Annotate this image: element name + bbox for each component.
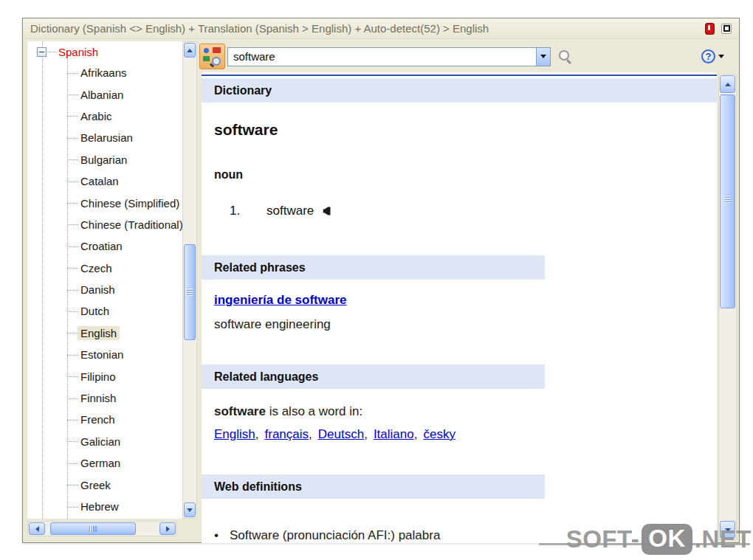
tree-item-finnish[interactable]: Finnish xyxy=(27,387,182,409)
dictionary-search-icon[interactable] xyxy=(199,44,225,69)
tree-item-galician[interactable]: Galician xyxy=(27,431,182,452)
section-header-related-languages: Related languages xyxy=(202,364,545,389)
part-of-speech: noun xyxy=(214,168,243,182)
tree-item-chinese-traditional[interactable]: Chinese (Traditional) xyxy=(27,214,182,235)
definition-number: 1. xyxy=(230,204,250,218)
scroll-up-button[interactable] xyxy=(184,43,196,58)
language-tree-panel: Spanish Afrikaans Albanian Arabic Belaru… xyxy=(27,41,182,519)
content-top-accent-line xyxy=(202,75,717,76)
tree-item-belarusian[interactable]: Belarusian xyxy=(27,127,182,148)
tree-scrollbar-thumb[interactable] xyxy=(184,244,196,340)
section-header-web-definitions: Web definitions xyxy=(202,474,545,499)
tree-item-chinese-simplified[interactable]: Chinese (Simplified) xyxy=(27,192,182,213)
magnifier-icon[interactable] xyxy=(557,49,574,65)
language-link-cesky[interactable]: česky xyxy=(423,427,455,441)
chevron-down-icon xyxy=(718,55,724,58)
section-header-dictionary: Dictionary xyxy=(202,78,717,103)
scroll-left-button[interactable] xyxy=(29,522,45,535)
scroll-right-button[interactable] xyxy=(159,522,176,535)
titlebar-icons xyxy=(705,23,732,35)
tree-horizontal-scrollbar[interactable] xyxy=(27,521,177,536)
tree-item-french[interactable]: French xyxy=(27,409,182,430)
tree-item-estonian[interactable]: Estonian xyxy=(27,344,182,365)
tree-item-afrikaans[interactable]: Afrikaans xyxy=(27,62,182,83)
tree-root-spanish[interactable]: Spanish xyxy=(27,42,182,62)
content-vertical-scrollbar[interactable] xyxy=(718,74,737,540)
section-header-related-phrases: Related phrases xyxy=(202,255,545,280)
related-phrase-link[interactable]: ingeniería de software xyxy=(214,293,347,308)
search-input[interactable] xyxy=(228,48,536,66)
dictionary-content: Dictionary software noun 1. software Rel… xyxy=(202,72,717,543)
tree-item-hebrew[interactable]: Hebrew xyxy=(27,496,182,517)
tree-items: Afrikaans Albanian Arabic Belarusian Bul… xyxy=(27,62,182,517)
tree-item-croatian[interactable]: Croatian xyxy=(27,235,182,257)
pin-icon[interactable] xyxy=(705,23,715,35)
related-languages-text: software is also a word in: English,fran… xyxy=(214,400,548,446)
help-icon[interactable]: ? xyxy=(701,49,715,63)
scroll-down-button[interactable] xyxy=(184,502,196,517)
help-menu[interactable]: ? xyxy=(701,49,724,63)
search-toolbar: ? xyxy=(199,41,736,72)
watermark-badge: OK xyxy=(642,524,692,555)
scroll-up-button[interactable] xyxy=(720,75,735,93)
search-box xyxy=(227,47,551,66)
window-title: Dictionary (Spanish <> English) + Transl… xyxy=(30,22,489,35)
chevron-down-icon xyxy=(540,55,546,58)
tree-root-label[interactable]: Spanish xyxy=(58,46,98,58)
tree-item-english-selected[interactable]: English xyxy=(27,322,182,344)
web-definition-partial: •Software (pronunciación AFI:) palabra xyxy=(214,528,440,543)
tree-vertical-scrollbar[interactable] xyxy=(182,41,197,519)
chevron-up-icon xyxy=(187,49,193,52)
tree-item-albanian[interactable]: Albanian xyxy=(27,83,182,105)
tree-item-filipino[interactable]: Filipino xyxy=(27,365,182,387)
titlebar: Dictionary (Spanish <> English) + Transl… xyxy=(23,18,739,39)
app-window: Dictionary (Spanish <> English) + Transl… xyxy=(22,18,740,543)
speaker-icon[interactable] xyxy=(320,206,331,216)
chevron-down-icon xyxy=(187,508,193,512)
tree-item-dutch[interactable]: Dutch xyxy=(27,300,182,322)
definition-item: 1. software xyxy=(230,204,331,218)
language-link-italiano[interactable]: Italiano xyxy=(374,427,414,441)
tree-item-catalan[interactable]: Catalan xyxy=(27,170,182,192)
tree-item-greek[interactable]: Greek xyxy=(27,474,182,495)
content-scrollbar-thumb[interactable] xyxy=(720,94,735,308)
chevron-up-icon xyxy=(725,83,731,86)
language-link-deutsch[interactable]: Deutsch xyxy=(318,427,364,441)
language-link-english[interactable]: English xyxy=(214,427,255,441)
collapse-icon[interactable] xyxy=(37,47,47,57)
tree-item-danish[interactable]: Danish xyxy=(27,279,182,300)
tree-hscrollbar-thumb[interactable] xyxy=(50,522,136,535)
watermark: SOFT-OK.NET xyxy=(566,524,752,555)
definition-text: software xyxy=(267,204,314,218)
search-dropdown-button[interactable] xyxy=(536,48,550,66)
language-link-francais[interactable]: français xyxy=(265,427,309,441)
tree-item-bulgarian[interactable]: Bulgarian xyxy=(27,149,182,170)
headword: software xyxy=(214,121,278,139)
restore-icon[interactable] xyxy=(721,24,732,34)
tree-item-arabic[interactable]: Arabic xyxy=(27,106,182,127)
chevron-left-icon xyxy=(35,526,39,532)
chevron-right-icon xyxy=(166,526,170,532)
related-phrase-translation: software engineering xyxy=(214,317,331,332)
tree-item-czech[interactable]: Czech xyxy=(27,257,182,279)
related-languages-word: software xyxy=(214,404,266,418)
restore-inner-square xyxy=(723,25,730,32)
tree-item-german[interactable]: German xyxy=(27,452,182,474)
